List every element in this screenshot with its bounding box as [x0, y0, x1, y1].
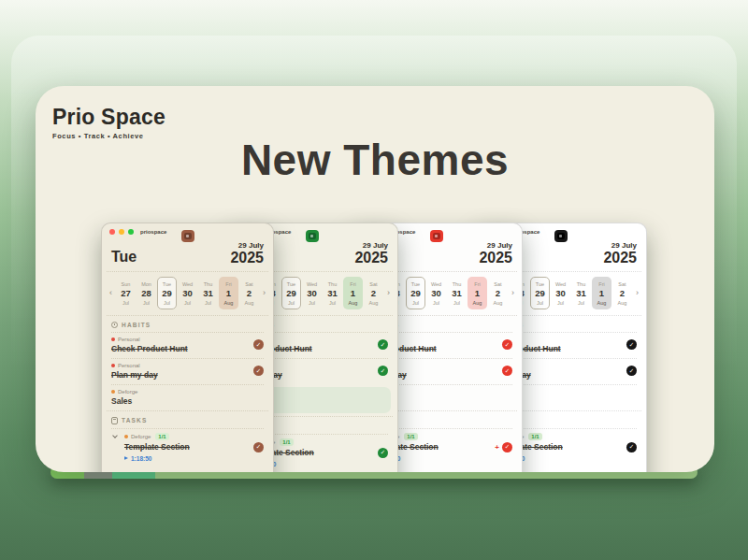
calendar-cell[interactable]: Mon 28 Jul — [137, 277, 156, 309]
next-week-button[interactable]: › — [260, 288, 268, 297]
habit-category: Deforge — [118, 389, 137, 395]
date-year: 2025 — [354, 251, 388, 266]
task-count-badge: 1/1 — [280, 438, 293, 446]
calendar-cell[interactable]: Thu 31 Jul — [323, 277, 342, 309]
zoom-button[interactable] — [128, 229, 134, 235]
week-calendar: ‹ Sun 27 Jul Mon 28 Jul Tue 29 Jul Wed 3… — [107, 271, 268, 315]
calendar-cell-selected[interactable]: Tue 29 Jul — [281, 277, 301, 309]
calendar-cell-accent[interactable]: Fri 1 Aug — [592, 277, 611, 309]
task-count-badge: 1/1 — [155, 433, 168, 440]
app-badge-icon — [306, 230, 319, 242]
calendar-cell[interactable]: Thu 31 Jul — [198, 277, 218, 309]
habit-check-button[interactable]: ✓ — [253, 339, 264, 350]
tasks-header: TASKS — [111, 417, 264, 428]
shield-icon — [557, 233, 565, 239]
habit-category: Personal — [118, 337, 140, 342]
app-badge-icon — [181, 230, 194, 242]
habit-check-button[interactable]: ✓ — [502, 339, 512, 350]
calendar-cell[interactable]: Wed 30 Jul — [302, 277, 322, 309]
logo-title: Prio Space — [52, 105, 165, 130]
date-year: 2025 — [479, 251, 512, 266]
shield-icon — [309, 233, 316, 239]
weekday-label: Tue — [111, 249, 137, 266]
calendar-cell-selected[interactable]: Tue 29 Jul — [406, 277, 425, 309]
category-dot — [111, 390, 115, 394]
window-titlebar[interactable]: priospace — [102, 223, 273, 237]
habit-check-button[interactable]: ✓ — [378, 339, 388, 350]
habit-check-button[interactable]: ✓ — [253, 366, 264, 376]
calendar-cell[interactable]: Wed 30 Jul — [551, 277, 570, 309]
habit-check-button[interactable]: ✓ — [626, 339, 637, 350]
prev-week-button[interactable]: ‹ — [107, 288, 115, 297]
calendar-cell-accent[interactable]: Fri 1 Aug — [468, 277, 487, 309]
category-dot — [111, 364, 115, 367]
habit-row-sales[interactable]: Deforge Sales — [111, 384, 264, 410]
minimize-button[interactable] — [119, 229, 124, 235]
calendar-cell[interactable]: Sat 2 Aug — [239, 277, 259, 309]
task-check-button[interactable]: ✓ — [378, 448, 388, 458]
date-block: 29 July 2025 — [230, 242, 264, 266]
timer-value: 1:18:50 — [131, 455, 151, 462]
date-year: 2025 — [603, 251, 637, 266]
calendar-cell[interactable]: Thu 31 Jul — [571, 277, 591, 309]
calendar-cell[interactable]: Sat 2 Aug — [488, 277, 508, 309]
task-count-badge: 1/1 — [528, 433, 541, 440]
calendar-cell-accent[interactable]: Fri 1 Aug — [219, 277, 238, 309]
page-title: New Themes — [36, 135, 714, 185]
app-window: priospace Tue 29 July 2025 ‹ Sun 27 Jul … — [101, 223, 274, 472]
play-icon — [124, 456, 128, 460]
shield-icon — [433, 233, 440, 239]
calendar-cell[interactable]: Sat 2 Aug — [612, 277, 632, 309]
tasks-section: TASKS Deforge 1/1 Template Section ✓ — [107, 410, 268, 462]
add-subtask-button[interactable]: + — [495, 443, 499, 452]
date-block: 29 July 2025 — [354, 242, 388, 266]
habit-check-button[interactable]: ✓ — [378, 366, 388, 376]
calendar-cell-accent[interactable]: Fri 1 Aug — [343, 277, 363, 309]
date-daymonth: 29 July — [479, 242, 512, 250]
date-block: 29 July 2025 — [603, 242, 637, 266]
habit-title: Plan my day — [111, 370, 158, 380]
next-week-button[interactable]: › — [633, 288, 641, 297]
habit-category: Personal — [118, 363, 140, 368]
calendar-cell[interactable]: Sun 27 Jul — [116, 277, 136, 309]
next-week-button[interactable]: › — [384, 288, 393, 297]
date-daymonth: 29 July — [603, 242, 637, 250]
calendar-cell[interactable]: Wed 30 Jul — [426, 277, 446, 309]
task-title: Template Section — [124, 442, 190, 452]
habit-row[interactable]: Personal Check Product Hunt ✓ — [111, 332, 264, 358]
calendar-cell-selected[interactable]: Tue 29 Jul — [530, 277, 550, 309]
habit-title: Check Product Hunt — [111, 344, 188, 353]
window-title: priospace — [140, 229, 166, 235]
habits-header: HABITS — [111, 322, 264, 332]
promo-canvas: Prio Space Focus • Track • Achieve New T… — [0, 0, 748, 560]
next-week-button[interactable]: › — [509, 288, 517, 297]
task-count-badge: 1/1 — [404, 433, 417, 440]
date-year: 2025 — [230, 251, 264, 266]
task-row[interactable]: Deforge 1/1 Template Section ✓ 1:18:50 — [111, 428, 264, 462]
clock-icon — [111, 322, 118, 328]
task-check-button[interactable]: ✓ — [502, 442, 512, 452]
chevron-down-icon[interactable] — [112, 433, 118, 438]
shield-icon — [184, 233, 192, 239]
date-daymonth: 29 July — [354, 242, 388, 250]
category-dot — [111, 337, 115, 341]
date-daymonth: 29 July — [230, 242, 264, 250]
close-button[interactable] — [109, 229, 115, 235]
habits-section: HABITS Personal Check Product Hunt ✓ Per… — [107, 315, 268, 410]
habit-check-button[interactable]: ✓ — [502, 366, 512, 376]
calendar-cell[interactable]: Thu 31 Jul — [447, 277, 467, 309]
habit-check-button[interactable]: ✓ — [626, 366, 637, 376]
calendar-cell-selected[interactable]: Tue 29 Jul — [157, 277, 177, 309]
task-timer: 1:18:50 — [124, 455, 264, 462]
calendar-cell[interactable]: Wed 30 Jul — [178, 277, 197, 309]
promo-card: Prio Space Focus • Track • Achieve New T… — [36, 86, 714, 472]
tasks-icon — [111, 417, 118, 424]
category-dot — [124, 435, 128, 438]
task-check-button[interactable]: ✓ — [253, 442, 264, 452]
task-check-button[interactable]: ✓ — [626, 442, 637, 452]
calendar-cell[interactable]: Sat 2 Aug — [364, 277, 383, 309]
habit-row[interactable]: Personal Plan my day ✓ — [111, 358, 264, 384]
app-badge-icon — [554, 230, 568, 242]
date-block: 29 July 2025 — [479, 242, 512, 266]
task-category: Deforge — [131, 434, 151, 439]
